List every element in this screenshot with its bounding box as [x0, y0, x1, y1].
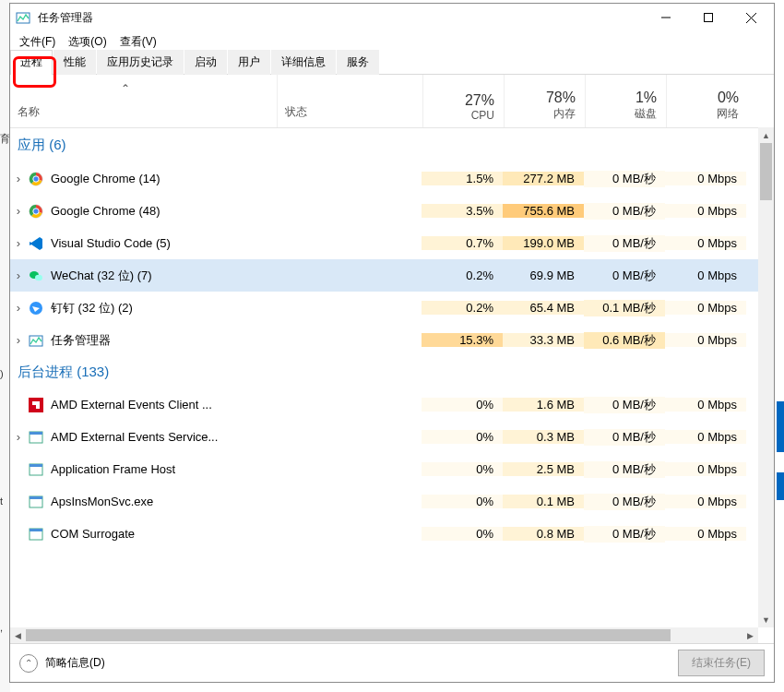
scroll-up-icon[interactable]: ▲ — [758, 127, 774, 143]
tab-details[interactable]: 详细信息 — [271, 50, 336, 75]
disk-cell: 0 MB/秒 — [584, 203, 665, 220]
scroll-thumb[interactable] — [26, 629, 671, 641]
svg-line-4 — [746, 13, 756, 23]
col-state[interactable]: 状态 — [278, 75, 423, 127]
wechat-icon — [23, 268, 49, 283]
process-name: AMD External Events Service... — [49, 430, 276, 444]
table-row[interactable]: › AMD External Events Service... 0% 0.3 … — [10, 421, 758, 453]
taskmgr-window: 任务管理器 文件(F) 选项(O) 查看(V) 进程 性能 应用历史记录 启动 … — [9, 3, 775, 683]
col-cpu[interactable]: 27% CPU — [423, 75, 505, 127]
minimize-button[interactable] — [645, 4, 687, 31]
process-name: Google Chrome (48) — [49, 204, 276, 218]
disk-cell: 0 MB/秒 — [584, 494, 665, 510]
vertical-scrollbar[interactable]: ▲ ▼ — [758, 127, 774, 627]
table-row-selected[interactable]: › WeChat (32 位) (7) 0.2% 69.9 MB 0 MB/秒 … — [10, 259, 758, 292]
column-header[interactable]: ⌃ 名称 状态 27% CPU 78% 内存 1% 磁盘 0% 网络 — [10, 75, 774, 128]
mem-cell: 2.5 MB — [503, 462, 584, 476]
tab-performance[interactable]: 性能 — [53, 50, 96, 75]
svg-point-9 — [33, 208, 39, 213]
menu-view[interactable]: 查看(V) — [120, 34, 157, 50]
process-list-viewport: 应用 (6) › Google Chrome (14) 1.5% 277.2 M… — [10, 127, 774, 643]
scroll-thumb[interactable] — [760, 143, 772, 200]
expand-icon[interactable]: › — [10, 333, 23, 347]
expand-icon[interactable]: › — [10, 301, 23, 315]
cpu-cell: 3.5% — [422, 204, 503, 218]
table-row[interactable]: COM Surrogate 0% 0.8 MB 0 MB/秒 0 Mbps — [10, 518, 758, 550]
tab-users[interactable]: 用户 — [228, 50, 270, 75]
table-row[interactable]: › Visual Studio Code (5) 0.7% 199.0 MB 0… — [10, 227, 758, 259]
horizontal-scrollbar[interactable]: ◀ ▶ — [10, 627, 758, 643]
net-label: 网络 — [717, 106, 739, 122]
mem-label: 内存 — [553, 106, 576, 122]
mem-cell: 1.6 MB — [503, 398, 584, 412]
tab-startup[interactable]: 启动 — [184, 50, 227, 75]
sort-indicator-icon: ⌃ — [121, 82, 130, 95]
tab-app-history[interactable]: 应用历史记录 — [97, 50, 184, 75]
group-apps[interactable]: 应用 (6) — [10, 127, 758, 162]
cpu-label: CPU — [471, 109, 494, 122]
maximize-button[interactable] — [687, 4, 730, 31]
mem-cell: 277.2 MB — [503, 172, 584, 185]
tab-processes[interactable]: 进程 — [10, 50, 53, 75]
table-row[interactable]: › Google Chrome (48) 3.5% 755.6 MB 0 MB/… — [10, 195, 758, 227]
scroll-right-icon[interactable]: ▶ — [742, 627, 758, 643]
menubar[interactable]: 文件(F) 选项(O) 查看(V) — [10, 31, 774, 52]
menu-options[interactable]: 选项(O) — [68, 34, 106, 50]
titlebar[interactable]: 任务管理器 — [10, 4, 774, 31]
net-cell: 0 Mbps — [665, 495, 746, 508]
expand-icon[interactable]: › — [10, 236, 23, 250]
end-task-button[interactable]: 结束任务(E) — [678, 650, 765, 676]
svg-rect-2 — [705, 14, 713, 22]
generic-app-icon — [23, 430, 49, 445]
tab-services[interactable]: 服务 — [337, 50, 379, 75]
background-accent — [777, 472, 784, 500]
svg-rect-16 — [30, 432, 42, 435]
net-cell: 0 Mbps — [665, 398, 746, 412]
scroll-left-icon[interactable]: ◀ — [10, 627, 26, 643]
taskmgr-icon — [23, 333, 49, 348]
svg-rect-18 — [30, 464, 42, 467]
disk-cell: 0 MB/秒 — [584, 429, 665, 446]
scroll-track[interactable] — [758, 143, 774, 612]
scroll-down-icon[interactable]: ▼ — [758, 612, 774, 627]
close-button[interactable] — [730, 4, 772, 31]
process-name: Application Frame Host — [49, 462, 276, 476]
mem-cell: 33.3 MB — [503, 333, 584, 347]
cpu-cell: 0% — [422, 398, 503, 412]
table-row[interactable]: › 钉钉 (32 位) (2) 0.2% 65.4 MB 0.1 MB/秒 0 … — [10, 292, 758, 324]
col-name-label: 名称 — [18, 104, 40, 120]
col-state-label: 状态 — [285, 104, 307, 120]
table-row[interactable]: › Google Chrome (14) 1.5% 277.2 MB 0 MB/… — [10, 162, 758, 195]
cpu-cell: 0% — [422, 495, 503, 508]
table-row[interactable]: Application Frame Host 0% 2.5 MB 0 MB/秒 … — [10, 453, 758, 485]
table-row[interactable]: › 任务管理器 15.3% 33.3 MB 0.6 MB/秒 0 Mbps — [10, 324, 758, 356]
svg-rect-20 — [30, 496, 42, 499]
process-name: COM Surrogate — [49, 527, 276, 541]
menu-file[interactable]: 文件(F) — [19, 34, 55, 50]
table-row[interactable]: AMD External Events Client ... 0% 1.6 MB… — [10, 388, 758, 421]
col-name[interactable]: ⌃ 名称 — [10, 75, 278, 127]
fewer-details-label: 简略信息(D) — [45, 655, 105, 671]
process-name: 任务管理器 — [49, 332, 276, 349]
expand-icon[interactable]: › — [10, 172, 23, 185]
process-list[interactable]: 应用 (6) › Google Chrome (14) 1.5% 277.2 M… — [10, 127, 758, 627]
mem-cell: 65.4 MB — [503, 301, 584, 315]
disk-cell: 0.1 MB/秒 — [584, 300, 665, 316]
fewer-details-toggle[interactable]: ⌃ 简略信息(D) — [19, 654, 105, 673]
table-row[interactable]: ApsInsMonSvc.exe 0% 0.1 MB 0 MB/秒 0 Mbps — [10, 485, 758, 518]
cpu-cell: 0.7% — [422, 236, 503, 250]
scroll-track[interactable] — [26, 627, 742, 643]
col-memory[interactable]: 78% 内存 — [505, 75, 586, 127]
col-network[interactable]: 0% 网络 — [667, 75, 748, 127]
net-cell: 0 Mbps — [665, 333, 746, 347]
chevron-up-icon: ⌃ — [19, 654, 38, 673]
net-cell: 0 Mbps — [665, 204, 746, 218]
group-background[interactable]: 后台进程 (133) — [10, 356, 758, 388]
expand-icon[interactable]: › — [10, 204, 23, 218]
chrome-icon — [23, 172, 49, 186]
net-cell: 0 Mbps — [665, 301, 746, 315]
expand-icon[interactable]: › — [10, 268, 23, 282]
process-name: AMD External Events Client ... — [49, 398, 276, 412]
expand-icon[interactable]: › — [10, 430, 23, 444]
col-disk[interactable]: 1% 磁盘 — [586, 75, 667, 127]
